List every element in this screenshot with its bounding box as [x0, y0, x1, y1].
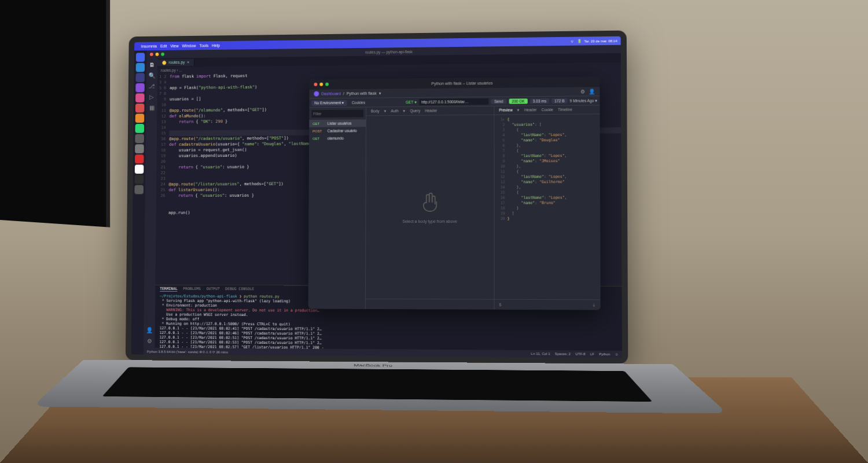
minimize-icon[interactable] — [156, 53, 159, 56]
dock-app12[interactable] — [135, 164, 144, 174]
request-center: Body▾ Auth▾ Query Header Select a body t… — [366, 106, 495, 310]
tab-terminal[interactable]: TERMINAL — [160, 286, 178, 292]
mb-window[interactable]: Window — [182, 44, 196, 48]
download-icon[interactable]: ⤓ — [592, 303, 595, 307]
tab-debug-console[interactable]: DEBUG CONSOLE — [225, 286, 254, 292]
request-label: olamundo — [328, 136, 344, 140]
method-selector[interactable]: GET ▾ — [406, 100, 417, 104]
tab-cookie[interactable]: Cookie — [542, 108, 553, 112]
mb-help[interactable]: Help — [212, 43, 220, 47]
request-listar-usuarios[interactable]: GET Listar usuários — [309, 119, 366, 127]
dock-app5[interactable] — [135, 93, 145, 102]
tab-query[interactable]: Query — [410, 109, 421, 113]
mb-view[interactable]: View — [170, 44, 179, 48]
dock-app13[interactable] — [135, 175, 144, 184]
ins-minimize-icon[interactable] — [319, 83, 323, 86]
wifi-icon[interactable]: ᯤ — [571, 39, 574, 43]
laptop-base: MacBook Pro — [32, 360, 728, 414]
maximize-icon[interactable] — [161, 53, 164, 56]
status-eol[interactable]: LF — [590, 352, 594, 356]
url-input[interactable] — [419, 98, 488, 105]
menubar-app-name[interactable]: Insomnia — [141, 44, 157, 48]
send-button[interactable]: Send — [491, 99, 506, 104]
status-lang[interactable]: Python — [599, 352, 610, 356]
extensions-icon[interactable]: ▦ — [149, 105, 155, 111]
chevron-down-icon[interactable]: ▾ — [379, 91, 381, 95]
method-tag: GET — [312, 137, 325, 140]
env-selector[interactable]: No Environment ▾ — [311, 100, 347, 105]
crumb-separator: / — [343, 91, 344, 95]
history-dropdown[interactable]: 9 Minutes Ago ▾ — [570, 98, 598, 103]
dock-app10[interactable] — [135, 144, 144, 153]
ins-maximize-icon[interactable] — [325, 83, 329, 86]
insomnia-body: GET Listar usuários POST Cadastrar usuár… — [308, 105, 601, 310]
tab-close-icon[interactable]: × — [187, 60, 189, 65]
search-icon[interactable]: 🔍 — [149, 72, 156, 79]
body-placeholder: Select a body type from above — [366, 115, 494, 299]
dock-app3[interactable] — [135, 73, 145, 82]
debug-icon[interactable]: ▷ — [149, 94, 154, 100]
method-tag: POST — [312, 129, 325, 133]
response-tabs: Preview▾ Header Cookie Timeline — [494, 105, 599, 115]
cookies-button[interactable]: Cookies — [352, 101, 365, 105]
status-ln[interactable]: Ln 11, Col 1 — [531, 352, 550, 355]
chevron-down-icon: ▾ — [517, 108, 520, 112]
laptop-label: MacBook Pro — [354, 363, 392, 368]
gear-icon[interactable]: ⚙ — [580, 89, 585, 94]
tab-auth[interactable]: Auth — [391, 109, 398, 113]
status-left[interactable]: Python 3.8.5 64-bit ('base': conda) ⊗ 0 … — [147, 349, 228, 354]
dock-safari[interactable] — [136, 63, 145, 72]
tab-resp-header[interactable]: Header — [524, 108, 537, 112]
laptop-screen: Insomnia Edit View Window Tools Help ᯤ 🔋… — [126, 31, 628, 364]
gear-icon[interactable]: ⚙ — [146, 338, 152, 344]
method-tag: GET — [312, 122, 325, 125]
dock-app7[interactable] — [135, 113, 145, 123]
status-spaces[interactable]: Spaces: 2 — [555, 352, 571, 355]
response-footer: $ ⤓ — [495, 299, 601, 310]
request-label: Listar usuários — [328, 121, 352, 125]
chevron-down-icon: ▾ — [384, 109, 387, 113]
chevron-down-icon: ▾ — [403, 109, 406, 113]
tab-label: routes.py — [169, 60, 185, 65]
response-body[interactable]: 1▸ 2 3 4 5 6 7 8 9 10 11 12 13 14 15 16 … — [494, 114, 600, 299]
menubar-clock[interactable]: Ter. 23 de mar. 08:14 — [584, 39, 617, 43]
tab-preview[interactable]: Preview — [499, 108, 512, 112]
python-file-icon: ⬤ — [162, 60, 167, 65]
mb-tools[interactable]: Tools — [199, 43, 208, 47]
crumb-workspace[interactable]: Python with flask — [347, 91, 377, 95]
dock-app4[interactable] — [135, 83, 145, 93]
response-panel: Preview▾ Header Cookie Timeline 1▸ 2 3 4… — [494, 105, 600, 310]
hand-icon — [418, 190, 442, 214]
dock-app9[interactable] — [135, 134, 144, 144]
filter-input[interactable] — [311, 110, 363, 118]
tab-timeline[interactable]: Timeline — [558, 108, 572, 112]
mb-edit[interactable]: Edit — [160, 44, 167, 48]
dock-finder[interactable] — [136, 53, 145, 62]
tab-header[interactable]: Header — [425, 109, 437, 113]
dock-trash[interactable] — [134, 185, 144, 194]
dock-app11[interactable] — [135, 155, 144, 164]
account-icon[interactable]: 👤 — [146, 327, 153, 333]
tab-problems[interactable]: PROBLEMS — [183, 286, 201, 292]
close-icon[interactable] — [150, 53, 153, 56]
explorer-icon[interactable]: 🗎 — [149, 62, 155, 68]
status-enc[interactable]: UTF-8 — [575, 352, 585, 356]
dock-app6[interactable] — [135, 104, 145, 113]
status-smile[interactable]: ☺ — [615, 352, 619, 356]
prompt-icon[interactable]: $ — [499, 303, 502, 307]
git-icon[interactable]: ⎇ — [148, 83, 155, 90]
tab-body[interactable]: Body — [371, 109, 380, 113]
tab-routes-py[interactable]: ⬤ routes.py × — [157, 59, 194, 66]
status-badge: 200 OK — [509, 98, 527, 104]
dock-spotify[interactable] — [135, 124, 145, 133]
user-icon[interactable]: 👤 — [589, 89, 595, 94]
external-monitor-edge — [0, 0, 110, 227]
insomnia-logo-icon[interactable] — [314, 91, 319, 97]
battery-icon[interactable]: 🔋 — [577, 39, 581, 43]
ins-close-icon[interactable] — [314, 83, 317, 86]
crumb-dashboard[interactable]: Dashboard — [321, 91, 341, 95]
request-cadastrar-usuario[interactable]: POST Cadastrar usuário — [309, 127, 366, 135]
request-sidebar: GET Listar usuários POST Cadastrar usuár… — [308, 108, 366, 309]
tab-output[interactable]: OUTPUT — [207, 286, 220, 292]
request-olamundo[interactable]: GET olamundo — [309, 134, 366, 142]
